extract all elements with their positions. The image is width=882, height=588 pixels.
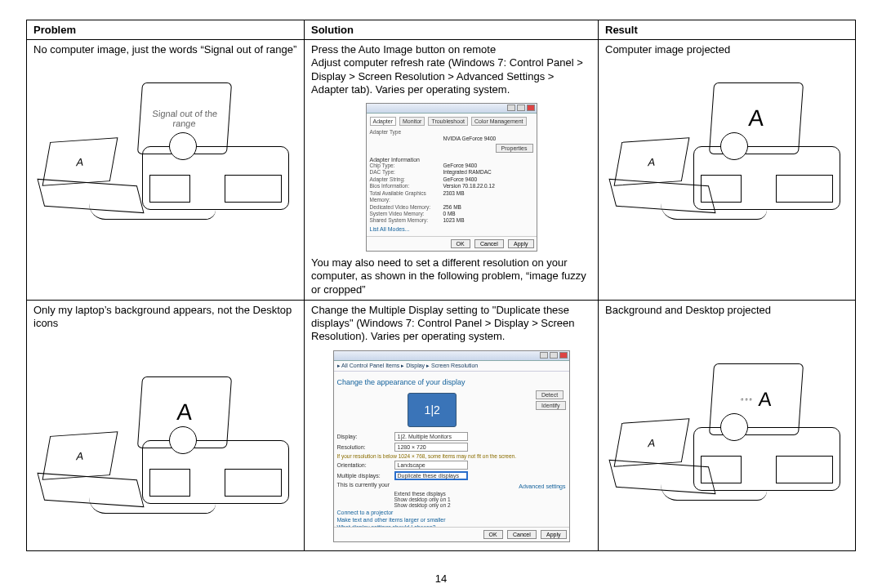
identify-button: Identify bbox=[536, 401, 566, 410]
multiple-displays-select: Duplicate these displays bbox=[394, 471, 468, 480]
header-problem: Problem bbox=[27, 20, 305, 40]
projector-illustration: A A bbox=[613, 82, 840, 221]
laptop-screen-letter: A bbox=[614, 418, 690, 467]
dialog-titlebar bbox=[367, 104, 537, 114]
projector-icon bbox=[693, 427, 840, 491]
solution-text-top: Press the Auto Image button on remote Ad… bbox=[311, 43, 591, 96]
solution-text-bottom: You may also need to set a different res… bbox=[311, 256, 591, 296]
dialog-heading: Change the appearance of your display bbox=[337, 378, 566, 386]
apply-button: Apply bbox=[508, 239, 534, 248]
table-row: No computer image, just the words “Signa… bbox=[27, 40, 856, 301]
desktop-icons-glyph: ▫▫▫ bbox=[741, 395, 754, 403]
problem-text: No computer image, just the words “Signa… bbox=[33, 43, 297, 56]
ok-button: OK bbox=[483, 530, 503, 539]
screen-resolution-dialog: ▸ All Control Panel Items ▸ Display ▸ Sc… bbox=[333, 350, 570, 542]
cancel-button: Cancel bbox=[507, 530, 537, 539]
close-icon bbox=[559, 352, 568, 359]
projector-illustration: Signal out of the range A bbox=[42, 82, 289, 221]
cable-icon bbox=[661, 484, 767, 501]
cable-icon bbox=[89, 203, 216, 220]
solution-text-top: Change the Multiple Display setting to "… bbox=[311, 304, 591, 344]
laptop-icon: A bbox=[42, 434, 148, 507]
projector-icon bbox=[142, 440, 289, 504]
laptop-screen-letter: A bbox=[42, 137, 118, 186]
monitor-preview-icon: 1|2 bbox=[408, 393, 457, 427]
cable-icon bbox=[661, 203, 767, 220]
header-result: Result bbox=[599, 20, 856, 40]
adapter-properties-dialog: Adapter Monitor Troubleshoot Color Manag… bbox=[366, 103, 537, 252]
dialog-tabs: Adapter Monitor Troubleshoot Color Manag… bbox=[370, 117, 533, 126]
result-text: Computer image projected bbox=[605, 43, 849, 56]
laptop-screen-letter: A bbox=[42, 431, 118, 480]
close-icon bbox=[527, 105, 535, 111]
cancel-button: Cancel bbox=[474, 239, 504, 248]
projector-icon bbox=[142, 146, 289, 210]
table-row: Only my laptop’s background appears, not… bbox=[27, 300, 856, 550]
projector-icon bbox=[693, 146, 840, 210]
projector-illustration: ▫▫▫ A A bbox=[613, 363, 840, 502]
projector-illustration: A A bbox=[42, 376, 289, 515]
page-number: 14 bbox=[0, 572, 882, 585]
laptop-icon: A bbox=[42, 140, 148, 213]
cable-icon bbox=[89, 497, 216, 514]
header-solution: Solution bbox=[305, 20, 599, 40]
laptop-screen-letter: A bbox=[614, 137, 690, 186]
detect-button: Detect bbox=[536, 390, 564, 399]
properties-button: Properties bbox=[496, 144, 533, 153]
ok-button: OK bbox=[451, 239, 470, 248]
breadcrumb: ▸ All Control Panel Items ▸ Display ▸ Sc… bbox=[334, 361, 569, 372]
problem-text: Only my laptop’s background appears, not… bbox=[33, 304, 297, 331]
table-header-row: Problem Solution Result bbox=[27, 20, 856, 40]
apply-button: Apply bbox=[541, 530, 567, 539]
multiple-displays-dropdown-options: Extend these displays Show desktop only … bbox=[394, 491, 492, 508]
result-text: Background and Desktop projected bbox=[605, 304, 849, 317]
troubleshooting-table: Problem Solution Result No computer imag… bbox=[26, 20, 856, 551]
dialog-titlebar bbox=[334, 351, 569, 361]
